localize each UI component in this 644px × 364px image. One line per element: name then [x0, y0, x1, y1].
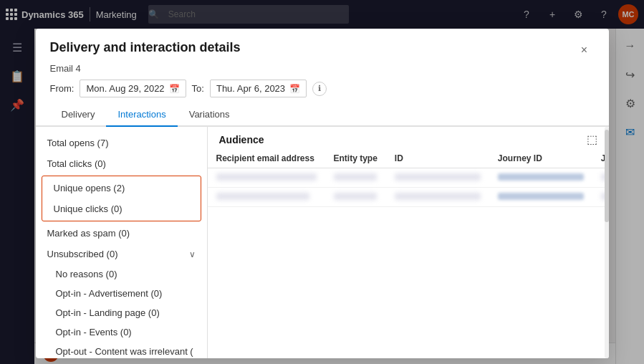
- modal-audience-panel: Audience ⬚ Recipient email address Entit…: [208, 127, 609, 358]
- tab-delivery[interactable]: Delivery: [50, 103, 107, 127]
- col-journey-id: Journey ID: [489, 149, 592, 168]
- modal-overlay: Delivery and interaction details × Email…: [0, 0, 644, 364]
- col-id: ID: [386, 149, 489, 168]
- modal-close-button[interactable]: ×: [575, 40, 595, 60]
- to-date-input[interactable]: Thu. Apr 6, 2023 📅: [210, 80, 307, 97]
- sub-optout-irrelevant[interactable]: Opt-out - Content was irrelevant (: [36, 342, 207, 358]
- from-date-input[interactable]: Mon. Aug 29, 2022 📅: [80, 80, 186, 97]
- to-label: To:: [192, 83, 204, 94]
- stat-total-opens[interactable]: Total opens (7): [36, 133, 207, 153]
- audience-title: Audience: [219, 134, 264, 145]
- blurred-id-1: [395, 173, 481, 181]
- modal-subtitle: Email 4: [36, 60, 609, 74]
- modal-stats-panel: Total opens (7) Total clicks (0) Unique …: [36, 127, 208, 358]
- modal-scrollbar[interactable]: [605, 127, 609, 358]
- modal-tabs: Delivery Interactions Variations: [36, 103, 609, 127]
- cell-email-2: [208, 188, 325, 207]
- table-row: [208, 168, 609, 188]
- modal-header: Delivery and interaction details ×: [36, 29, 609, 60]
- stat-unique-opens[interactable]: Unique opens (2): [42, 178, 201, 198]
- selected-stats-group: Unique opens (2) Unique clicks (0): [42, 176, 201, 221]
- expand-icon: ∨: [189, 249, 196, 259]
- modal-scrollbar-thumb[interactable]: [605, 130, 609, 222]
- cell-journey-id-2: [489, 188, 592, 207]
- modal-title: Delivery and interaction details: [50, 40, 241, 55]
- from-date-value: Mon. Aug 29, 2022: [86, 83, 164, 94]
- cell-id-2: [386, 188, 489, 207]
- from-label: From:: [50, 83, 75, 94]
- tab-interactions[interactable]: Interactions: [106, 103, 177, 127]
- modal-body: Total opens (7) Total clicks (0) Unique …: [36, 127, 609, 358]
- modal-dialog: Delivery and interaction details × Email…: [36, 29, 609, 358]
- sub-optin-events[interactable]: Opt-in - Events (0): [36, 322, 207, 342]
- stat-unsubscribed[interactable]: Unsubscribed (0) ∨: [36, 244, 207, 264]
- cell-journey-id-1: [489, 168, 592, 188]
- audience-header: Audience ⬚: [208, 127, 609, 149]
- blurred-entity-2: [334, 193, 377, 200]
- calendar-to-icon: 📅: [289, 84, 300, 94]
- export-icon[interactable]: ⬚: [587, 133, 597, 146]
- table-row: [208, 188, 609, 207]
- cell-entity-2: [325, 188, 386, 207]
- sub-optin-landing[interactable]: Opt-in - Landing page (0): [36, 303, 207, 322]
- cell-entity-1: [325, 168, 386, 188]
- blurred-id-2: [395, 193, 481, 200]
- blurred-entity-1: [334, 173, 377, 181]
- blurred-email-1: [216, 173, 317, 181]
- blurred-journey-id-1: [498, 173, 584, 181]
- audience-table-wrapper[interactable]: Recipient email address Entity type ID J…: [208, 149, 609, 358]
- blurred-journey-id-2: [498, 193, 584, 200]
- modal-date-row: From: Mon. Aug 29, 2022 📅 To: Thu. Apr 6…: [36, 74, 609, 103]
- calendar-from-icon: 📅: [169, 84, 180, 94]
- to-date-value: Thu. Apr 6, 2023: [216, 83, 285, 94]
- tab-variations[interactable]: Variations: [178, 103, 241, 127]
- stat-spam[interactable]: Marked as spam (0): [36, 223, 207, 244]
- col-entity-type: Entity type: [325, 149, 386, 168]
- sub-no-reasons[interactable]: No reasons (0): [36, 264, 207, 284]
- cell-id-1: [386, 168, 489, 188]
- audience-table: Recipient email address Entity type ID J…: [208, 149, 609, 207]
- cell-email-1: [208, 168, 325, 188]
- blurred-email-2: [216, 193, 309, 200]
- info-button[interactable]: ℹ: [312, 82, 327, 96]
- col-email: Recipient email address: [208, 149, 325, 168]
- sub-optin-advertisement[interactable]: Opt-in - Advertisement (0): [36, 284, 207, 303]
- stat-unique-clicks[interactable]: Unique clicks (0): [42, 198, 201, 219]
- stat-total-clicks[interactable]: Total clicks (0): [36, 153, 207, 174]
